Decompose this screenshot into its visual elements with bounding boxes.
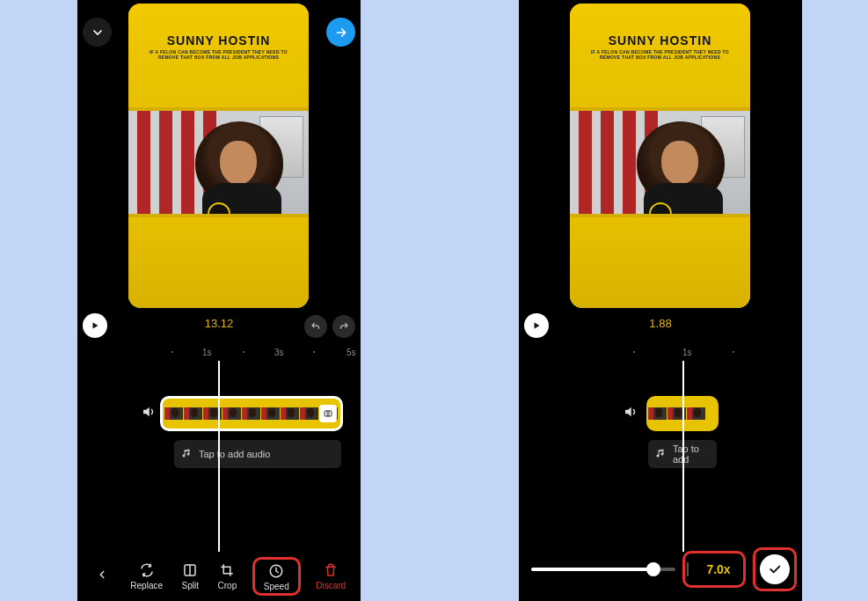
preview-thumb[interactable]: SUNNY HOSTIN IF A FELON CAN BECOME THE P… — [570, 4, 750, 308]
thumb-title: SUNNY HOSTIN — [570, 33, 750, 49]
timeline[interactable]: 1s 3s 5s Tap to add audio — [77, 345, 361, 552]
playhead[interactable] — [682, 361, 684, 552]
speed-slider[interactable] — [531, 552, 675, 587]
music-icon — [655, 448, 666, 460]
thumb-title: SUNNY HOSTIN — [128, 33, 309, 49]
undo-button[interactable] — [304, 315, 327, 338]
video-preview: SUNNY HOSTIN IF A FELON CAN BECOME THE P… — [77, 0, 361, 317]
next-button[interactable] — [326, 18, 355, 47]
thumb-subtitle: IF A FELON CAN BECOME THE PRESIDENT THEY… — [570, 49, 750, 60]
timeline[interactable]: 1s Tap to add — [519, 345, 802, 552]
collapse-button[interactable] — [83, 18, 112, 47]
duration-label: 13.12 — [205, 317, 234, 330]
time-ruler: 1s 3s 5s — [77, 345, 361, 363]
audio-label: Tap to add audio — [199, 449, 270, 459]
duration-label: 1.88 — [649, 317, 671, 330]
speed-control-bar: 7.0x — [519, 545, 802, 594]
play-button[interactable] — [524, 313, 549, 338]
preview-thumb[interactable]: SUNNY HOSTIN IF A FELON CAN BECOME THE P… — [128, 4, 309, 308]
slider-knob[interactable] — [646, 562, 660, 576]
split-button[interactable]: Split — [179, 561, 202, 592]
video-preview: SUNNY HOSTIN IF A FELON CAN BECOME THE P… — [519, 0, 802, 317]
back-button[interactable] — [89, 561, 115, 591]
edit-toolbar: Replace Split Crop Speed Discard — [77, 552, 361, 601]
thumb-subtitle: IF A FELON CAN BECOME THE PRESIDENT THEY… — [128, 49, 309, 60]
time-ruler: 1s — [519, 345, 802, 363]
redo-button[interactable] — [332, 315, 355, 338]
transition-icon[interactable] — [319, 405, 337, 422]
add-audio-row[interactable]: Tap to add audio — [174, 440, 341, 468]
playhead[interactable] — [218, 361, 220, 552]
confirm-speed-button[interactable] — [760, 554, 790, 584]
volume-icon[interactable] — [141, 404, 157, 420]
discard-button[interactable]: Discard — [312, 561, 349, 592]
editor-screen-speed: SUNNY HOSTIN IF A FELON CAN BECOME THE P… — [519, 0, 802, 601]
volume-icon[interactable] — [623, 404, 638, 420]
speed-value-label: 7.0x — [699, 562, 738, 576]
editor-screen-tools: SUNNY HOSTIN IF A FELON CAN BECOME THE P… — [77, 0, 361, 601]
replace-button[interactable]: Replace — [127, 561, 166, 592]
video-clip[interactable] — [160, 396, 343, 431]
play-button[interactable] — [83, 313, 107, 338]
crop-button[interactable]: Crop — [215, 561, 241, 592]
music-icon — [181, 448, 192, 460]
speed-button[interactable]: Speed — [252, 557, 301, 596]
audio-label: Tap to add — [673, 443, 708, 465]
